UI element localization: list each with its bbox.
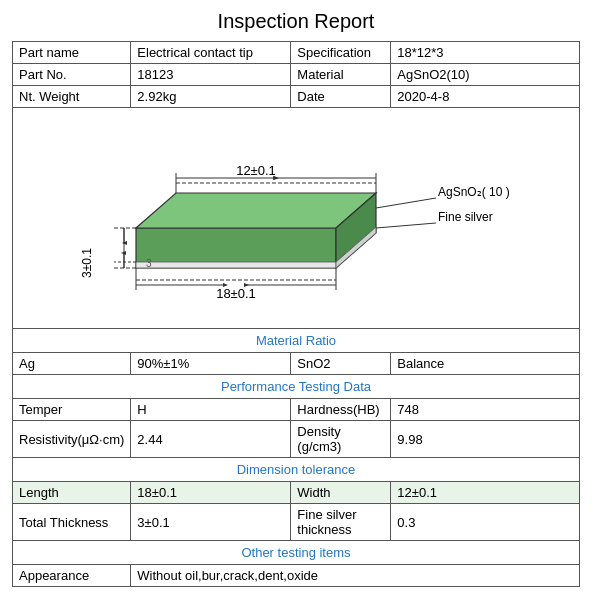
part-name-value: Electrical contact tip [131, 42, 291, 64]
header-row-2: Part No. 18123 Material AgSnO2(10) [13, 64, 580, 86]
ag-value: 90%±1% [131, 353, 291, 375]
header-row-3: Nt. Weight 2.92kg Date 2020-4-8 [13, 86, 580, 108]
svg-text:18±0.1: 18±0.1 [216, 286, 256, 301]
weight-label: Nt. Weight [13, 86, 131, 108]
fine-silver-thickness-label: Fine silver thickness [291, 504, 391, 541]
svg-line-27 [376, 223, 436, 228]
svg-text:Fine silver: Fine silver [438, 210, 493, 224]
resistivity-label: Resistivity(μΩ·cm) [13, 421, 131, 458]
part-no-value: 18123 [131, 64, 291, 86]
dimension-title: Dimension tolerance [13, 458, 580, 482]
svg-text:AgSnO₂( 10 ): AgSnO₂( 10 ) [438, 185, 510, 199]
total-thickness-label: Total Thickness [13, 504, 131, 541]
hardness-value: 748 [391, 399, 580, 421]
density-label: Density (g/cm3) [291, 421, 391, 458]
ag-label: Ag [13, 353, 131, 375]
sno2-label: SnO2 [291, 353, 391, 375]
diagram-row: 12±0.1 18±0.1 3±0. [13, 108, 580, 329]
appearance-row: Appearance Without oil,bur,crack,dent,ox… [13, 565, 580, 587]
appearance-value: Without oil,bur,crack,dent,oxide [131, 565, 580, 587]
svg-text:3: 3 [146, 258, 152, 269]
width-label: Width [291, 482, 391, 504]
dimension-header-row: Dimension tolerance [13, 458, 580, 482]
dimension-row-2: Total Thickness 3±0.1 Fine silver thickn… [13, 504, 580, 541]
other-title: Other testing items [13, 541, 580, 565]
part-name-label: Part name [13, 42, 131, 64]
temper-label: Temper [13, 399, 131, 421]
material-ratio-row: Ag 90%±1% SnO2 Balance [13, 353, 580, 375]
specification-label: Specification [291, 42, 391, 64]
appearance-label: Appearance [13, 565, 131, 587]
main-table: Part name Electrical contact tip Specifi… [12, 41, 580, 587]
specification-value: 18*12*3 [391, 42, 580, 64]
performance-row-2: Resistivity(μΩ·cm) 2.44 Density (g/cm3) … [13, 421, 580, 458]
date-value: 2020-4-8 [391, 86, 580, 108]
svg-line-25 [376, 198, 436, 208]
hardness-label: Hardness(HB) [291, 399, 391, 421]
other-header-row: Other testing items [13, 541, 580, 565]
date-label: Date [291, 86, 391, 108]
density-value: 9.98 [391, 421, 580, 458]
svg-marker-1 [136, 193, 376, 228]
material-ratio-title: Material Ratio [13, 329, 580, 353]
length-value: 18±0.1 [131, 482, 291, 504]
svg-marker-3 [136, 262, 336, 268]
weight-value: 2.92kg [131, 86, 291, 108]
material-value: AgSnO2(10) [391, 64, 580, 86]
width-value: 12±0.1 [391, 482, 580, 504]
sno2-value: Balance [391, 353, 580, 375]
report-title: Inspection Report [12, 10, 580, 33]
performance-header-row: Performance Testing Data [13, 375, 580, 399]
diagram-cell: 12±0.1 18±0.1 3±0. [13, 108, 580, 329]
resistivity-value: 2.44 [131, 421, 291, 458]
temper-value: H [131, 399, 291, 421]
header-row-1: Part name Electrical contact tip Specifi… [13, 42, 580, 64]
part-no-label: Part No. [13, 64, 131, 86]
length-label: Length [13, 482, 131, 504]
fine-silver-thickness-value: 0.3 [391, 504, 580, 541]
part-diagram: 12±0.1 18±0.1 3±0. [56, 118, 536, 318]
svg-text:12±0.1: 12±0.1 [236, 163, 276, 178]
diagram-container: 12±0.1 18±0.1 3±0. [13, 118, 579, 318]
dimension-row-1: Length 18±0.1 Width 12±0.1 [13, 482, 580, 504]
material-label: Material [291, 64, 391, 86]
performance-title: Performance Testing Data [13, 375, 580, 399]
performance-row-1: Temper H Hardness(HB) 748 [13, 399, 580, 421]
svg-text:3±0.1: 3±0.1 [80, 248, 94, 278]
total-thickness-value: 3±0.1 [131, 504, 291, 541]
material-ratio-header-row: Material Ratio [13, 329, 580, 353]
